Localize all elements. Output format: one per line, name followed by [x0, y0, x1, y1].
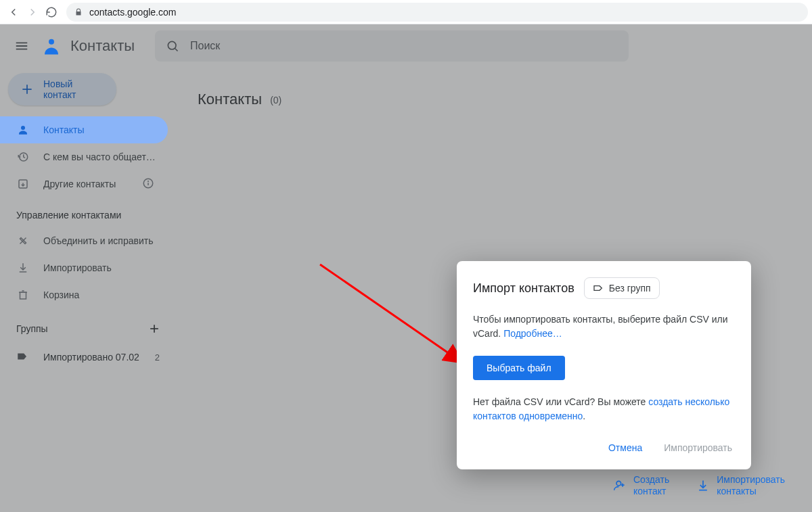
import-contacts-action[interactable]: Импортировать контакты [696, 474, 785, 497]
url-bar[interactable]: contacts.google.com [66, 3, 808, 22]
contacts-logo-icon [38, 32, 65, 60]
app-root: Контакты Поиск Новый контакт Контакты С … [0, 24, 812, 512]
browser-toolbar: contacts.google.com [0, 0, 812, 24]
create-contact-action[interactable]: Создать контакт [613, 474, 669, 497]
sidebar-item-merge-fix[interactable]: Объединить и исправить [0, 227, 168, 254]
group-chip[interactable]: Без групп [584, 277, 660, 299]
sidebar-item-trash[interactable]: Корзина [0, 281, 168, 308]
import-button[interactable]: Импортировать [661, 437, 735, 459]
sidebar-item-label: Объединить и исправить [43, 235, 153, 246]
sidebar-item-label: Другие контакты [43, 179, 142, 189]
lock-icon [74, 8, 83, 16]
url-text: contacts.google.com [89, 7, 176, 18]
sidebar-item-frequent[interactable]: С кем вы часто общает… [0, 143, 168, 170]
archive-icon [16, 178, 30, 190]
sidebar-item-other-contacts[interactable]: Другие контакты [0, 170, 168, 197]
svg-point-5 [21, 126, 25, 130]
sidebar-item-label: Контакты [43, 124, 84, 135]
info-icon[interactable] [142, 177, 154, 191]
empty-state-actions: Создать контакт Импортировать контакты [613, 474, 785, 497]
sidebar-item-import[interactable]: Импортировать [0, 254, 168, 281]
import-icon [696, 479, 710, 492]
dialog-header: Импорт контактов Без групп [473, 277, 735, 299]
nav-back-button[interactable] [4, 3, 23, 22]
sidebar-item-label: Импортировать [43, 262, 112, 273]
choose-file-button[interactable]: Выбрать файл [473, 356, 565, 380]
dialog-text-2a: Нет файла CSV или vCard? Вы можете [473, 396, 648, 407]
sidebar-item-label: Корзина [43, 289, 79, 300]
person-icon [16, 124, 30, 136]
history-icon [16, 151, 30, 163]
dialog-title: Импорт контактов [473, 281, 574, 296]
svg-rect-14 [20, 292, 26, 299]
chip-label: Без групп [609, 283, 651, 294]
dialog-text-2b: . [583, 411, 585, 421]
sidebar-item-contacts[interactable]: Контакты [0, 116, 168, 143]
cancel-button[interactable]: Отмена [606, 437, 645, 459]
action-label: Импортировать контакты [717, 474, 785, 497]
nav-forward-button[interactable] [23, 3, 42, 22]
svg-point-11 [148, 181, 149, 181]
import-icon [16, 262, 30, 274]
label-outline-icon [593, 283, 604, 294]
svg-point-0 [49, 39, 54, 45]
person-add-icon [613, 479, 627, 492]
sidebar-item-label: С кем вы часто общает… [43, 152, 156, 162]
svg-point-19 [616, 482, 621, 486]
learn-more-link[interactable]: Подробнее… [503, 328, 562, 339]
dialog-alt-text: Нет файла CSV или vCard? Вы можете созда… [473, 395, 735, 423]
trash-icon [16, 289, 30, 301]
nav-reload-button[interactable] [42, 3, 61, 22]
tools-icon [16, 235, 30, 247]
action-label: Создать контакт [633, 474, 669, 497]
dialog-description: Чтобы импортировать контакты, выберите ф… [473, 312, 735, 341]
dialog-actions: Отмена Импортировать [473, 437, 735, 459]
import-contacts-dialog: Импорт контактов Без групп Чтобы импорти… [457, 261, 751, 469]
